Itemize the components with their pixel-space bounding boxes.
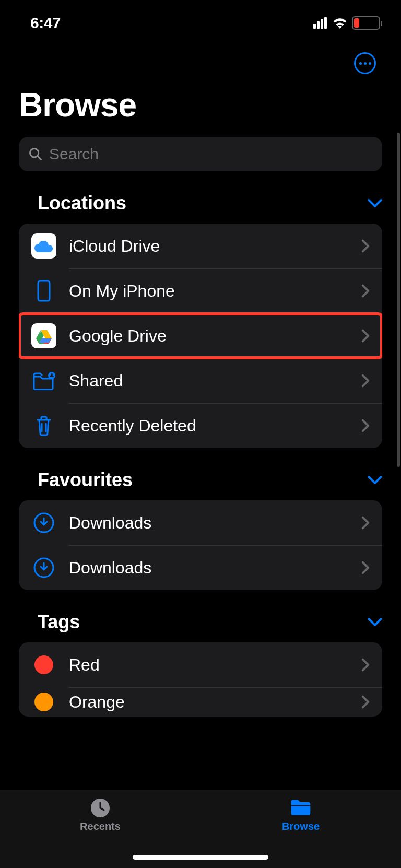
tag-color-icon	[31, 652, 56, 677]
tags-list: Red Orange	[19, 642, 382, 717]
page-title: Browse	[0, 33, 401, 137]
more-options-button[interactable]	[354, 52, 376, 74]
location-label: On My iPhone	[69, 281, 361, 301]
status-bar: 6:47	[0, 0, 401, 33]
locations-section: Locations iCloud Drive On My iPhone	[0, 192, 401, 448]
folder-icon	[289, 797, 312, 818]
tab-label: Browse	[282, 820, 320, 832]
iphone-icon	[31, 278, 56, 303]
scrollbar-indicator	[397, 133, 400, 467]
favourite-downloads[interactable]: Downloads	[19, 545, 382, 590]
favourites-section: Favourites Downloads Downloads	[0, 469, 401, 590]
chevron-right-icon	[361, 516, 370, 530]
trash-icon	[31, 413, 56, 438]
download-icon	[31, 510, 56, 535]
tab-recents[interactable]: Recents	[0, 797, 200, 832]
svg-line-1	[38, 156, 41, 160]
location-shared[interactable]: Shared	[19, 358, 382, 403]
status-indicators	[313, 16, 380, 30]
favourites-list: Downloads Downloads	[19, 500, 382, 590]
locations-header[interactable]: Locations	[0, 192, 401, 224]
search-icon	[28, 147, 43, 161]
shared-folder-icon	[31, 368, 56, 393]
tag-label: Orange	[69, 693, 361, 712]
chevron-down-icon	[368, 198, 382, 208]
location-label: iCloud Drive	[69, 237, 361, 256]
location-on-my-iphone[interactable]: On My iPhone	[19, 268, 382, 313]
chevron-right-icon	[361, 695, 370, 709]
icloud-icon	[31, 233, 56, 259]
svg-rect-2	[38, 281, 50, 301]
tags-label: Tags	[38, 611, 80, 633]
home-indicator[interactable]	[133, 855, 268, 860]
location-label: Google Drive	[69, 326, 361, 346]
chevron-right-icon	[361, 374, 370, 388]
wifi-icon	[332, 17, 348, 29]
chevron-right-icon	[361, 329, 370, 343]
chevron-down-icon	[368, 617, 382, 627]
location-icloud-drive[interactable]: iCloud Drive	[19, 224, 382, 268]
favourite-label: Downloads	[69, 513, 361, 533]
google-drive-icon	[31, 323, 56, 348]
tag-red[interactable]: Red	[19, 642, 382, 687]
tags-section: Tags Red Orange	[0, 611, 401, 717]
search-field[interactable]	[19, 137, 382, 171]
favourite-downloads[interactable]: Downloads	[19, 500, 382, 545]
tags-header[interactable]: Tags	[0, 611, 401, 642]
chevron-right-icon	[361, 658, 370, 672]
tag-color-icon	[31, 689, 56, 714]
status-time: 6:47	[30, 14, 61, 32]
locations-list: iCloud Drive On My iPhone	[19, 224, 382, 448]
location-label: Shared	[69, 371, 361, 391]
locations-label: Locations	[38, 192, 126, 214]
battery-low-icon	[352, 16, 380, 30]
favourites-header[interactable]: Favourites	[0, 469, 401, 500]
location-label: Recently Deleted	[69, 416, 361, 436]
chevron-right-icon	[361, 561, 370, 574]
chevron-down-icon	[368, 475, 382, 485]
tab-label: Recents	[80, 820, 121, 832]
tab-browse[interactable]: Browse	[200, 797, 401, 832]
favourites-label: Favourites	[38, 469, 133, 491]
chevron-right-icon	[361, 284, 370, 298]
clock-icon	[89, 797, 112, 818]
cellular-icon	[313, 17, 328, 29]
chevron-right-icon	[361, 239, 370, 253]
download-icon	[31, 555, 56, 580]
location-google-drive[interactable]: Google Drive	[19, 313, 382, 358]
favourite-label: Downloads	[69, 558, 361, 578]
tag-orange[interactable]: Orange	[19, 687, 382, 717]
tag-label: Red	[69, 655, 361, 675]
chevron-right-icon	[361, 419, 370, 432]
search-input[interactable]	[49, 145, 373, 163]
location-recently-deleted[interactable]: Recently Deleted	[19, 403, 382, 448]
